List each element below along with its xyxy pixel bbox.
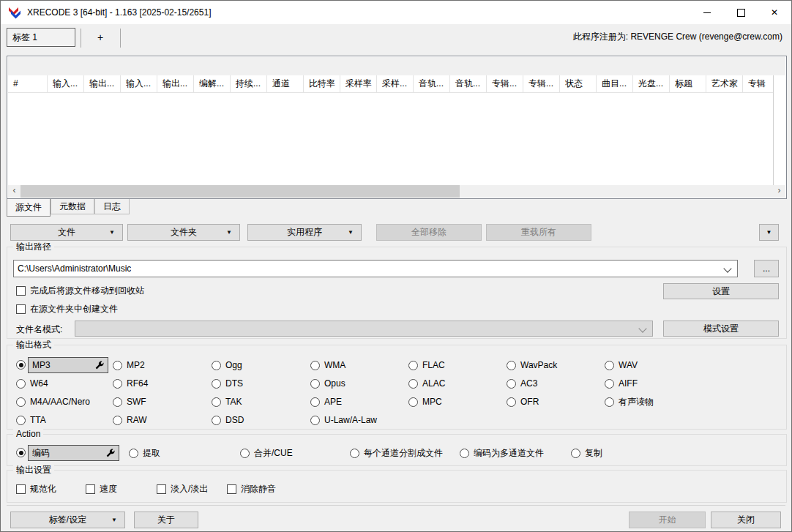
column-header[interactable]: 标题 [670,75,706,92]
format-option-ofr[interactable]: OFR [507,394,539,410]
maximize-button[interactable] [724,1,758,24]
format-option-ulaw[interactable]: U-Law/A-Law [310,412,377,428]
fade-checkbox[interactable]: 淡入/淡出 [157,483,208,495]
column-header[interactable]: 曲目... [597,75,633,92]
format-option-rf64[interactable]: RF64 [113,375,148,391]
output-path-combobox[interactable]: C:\Users\Administrator\Music [13,260,738,277]
wrench-icon[interactable] [94,361,104,370]
action-option-copy[interactable]: 复制 [571,445,602,461]
create-in-source-checkbox[interactable]: 在源文件夹中创建文件 [16,303,118,315]
title-bar: XRECODE 3 [64-bit] - 1.163 [2025-02-15/2… [1,1,791,24]
column-header[interactable]: 输入... [48,75,84,92]
column-header[interactable]: 音轨... [414,75,450,92]
format-option-raw[interactable]: RAW [113,412,147,428]
horizontal-scrollbar[interactable]: ‹ › [8,185,785,198]
column-header[interactable]: 艺术家 [706,75,743,92]
format-label: FLAC [422,360,445,370]
column-header[interactable]: 输入... [121,75,157,92]
settings-button[interactable]: 设置 [663,283,779,299]
session-tab-1[interactable]: 标签 1 [7,28,75,47]
tab-separator [81,29,81,48]
format-option-tta[interactable]: TTA [16,412,46,428]
scroll-left-icon[interactable]: ‹ [8,185,20,198]
format-option-mpc[interactable]: MPC [408,394,442,410]
move-to-recycle-checkbox[interactable]: 完成后将源文件移动到回收站 [16,285,144,296]
format-option-wavpack[interactable]: WavPack [507,357,557,373]
column-header[interactable]: 比特率 [304,75,340,92]
speed-checkbox[interactable]: 速度 [86,483,117,495]
format-option-wav[interactable]: WAV [605,357,638,373]
pattern-settings-button[interactable]: 模式设置 [663,321,779,337]
minimize-button[interactable] [690,1,724,24]
column-header[interactable]: 光盘... [633,75,670,92]
column-header[interactable]: 编解... [194,75,231,92]
format-option-ac3[interactable]: AC3 [507,375,537,391]
format-label: WavPack [520,360,557,370]
close-app-button[interactable]: 关闭 [711,512,781,528]
radio-icon-selected[interactable] [16,448,26,457]
action-option-split-channels[interactable]: 每个通道分割成文件 [350,445,443,461]
folder-button[interactable]: 文件夹▼ [127,224,240,241]
about-button[interactable]: 关于 [134,512,198,528]
format-option-audiobook[interactable]: 有声读物 [605,394,654,410]
format-label: APE [324,397,342,407]
checkbox-icon [227,484,236,494]
checkbox-icon [86,484,95,494]
format-option-opus[interactable]: Opus [310,375,345,391]
output-settings-group: 输出设置 规范化 速度 淡入/淡出 消除静音 [7,470,787,503]
format-option-flac[interactable]: FLAC [408,357,445,373]
format-option-tak[interactable]: TAK [212,394,242,410]
action-option-encode-multichannel[interactable]: 编码为多通道文件 [460,445,544,461]
vertical-scrollbar[interactable] [773,75,785,185]
utilities-button[interactable]: 实用程序▼ [247,224,362,241]
file-table[interactable]: # 输入... 输出... 输入... 输出... 编解... 持续... 通道… [7,56,787,199]
format-option-alac[interactable]: ALAC [408,375,445,391]
format-option-dsd[interactable]: DSD [212,412,244,428]
column-header[interactable]: 专辑... [523,75,560,92]
tab-source-files[interactable]: 源文件 [7,199,51,217]
format-option-m4a[interactable]: M4A/AAC/Nero [16,394,90,410]
format-option-swf[interactable]: SWF [113,394,146,410]
format-option-mp2[interactable]: MP2 [113,357,145,373]
output-path-group: 输出路径 C:\Users\Administrator\Music ... 完成… [7,247,787,339]
wrench-icon[interactable] [105,449,115,458]
close-button[interactable]: ✕ [758,1,791,24]
tags-settings-button[interactable]: 标签/设定▼ [10,512,125,528]
column-header[interactable]: # [8,75,48,92]
tab-metadata[interactable]: 元数据 [51,199,94,214]
browse-button[interactable]: ... [754,260,779,277]
radio-icon [310,416,320,425]
format-selected-mp3[interactable]: MP3 [28,357,108,373]
column-header[interactable]: 持续... [231,75,267,92]
format-option-ape[interactable]: APE [310,394,342,410]
add-tab-button[interactable]: + [83,28,117,47]
column-header[interactable]: 专辑... [487,75,523,92]
tab-log[interactable]: 日志 [94,199,130,214]
scrollbar-thumb[interactable] [20,185,460,198]
file-button[interactable]: 文件▼ [10,224,123,241]
action-option-merge-cue[interactable]: 合并/CUE [240,445,293,461]
column-header[interactable]: 状态 [560,75,597,92]
scroll-right-icon[interactable]: › [773,185,785,198]
format-option-ogg[interactable]: Ogg [212,357,242,373]
normalize-checkbox[interactable]: 规范化 [16,483,56,495]
radio-icon [605,379,614,389]
column-header[interactable]: 音轨... [450,75,487,92]
format-label: Ogg [225,360,242,370]
column-header[interactable]: 通道 [267,75,304,92]
more-options-button[interactable]: ▼ [759,224,779,241]
remove-silence-checkbox[interactable]: 消除静音 [227,483,276,495]
format-option-w64[interactable]: W64 [16,375,48,391]
column-header[interactable]: 采样率 [340,75,377,92]
format-option-dts[interactable]: DTS [212,375,243,391]
format-label: SWF [127,397,146,407]
format-option-aiff[interactable]: AIFF [605,375,638,391]
action-selected-encode[interactable]: 编码 [28,445,119,461]
format-option-wma[interactable]: WMA [310,357,345,373]
action-option-extract[interactable]: 提取 [129,445,160,461]
speed-label: 速度 [100,483,117,495]
column-header[interactable]: 采样... [377,75,414,92]
column-header[interactable]: 输出... [84,75,121,92]
column-header[interactable]: 输出... [157,75,194,92]
radio-icon-selected[interactable] [16,360,26,370]
